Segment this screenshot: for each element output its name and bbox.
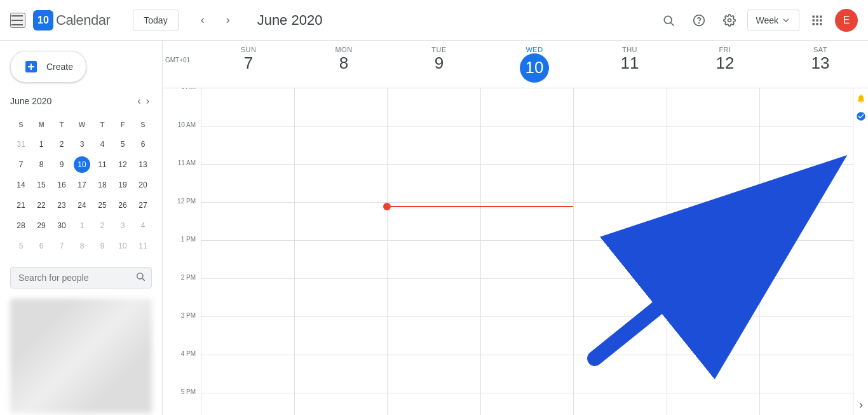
next-button[interactable]: › [217, 9, 240, 32]
create-label: Create [46, 62, 73, 72]
mini-cal-day[interactable]: 9 [93, 236, 112, 255]
calendar-area: GMT+01 SUN7MON8TUE9WED10THU11FRI12SAT13 … [163, 41, 868, 415]
mini-cal-day[interactable]: 16 [52, 175, 71, 194]
search-button[interactable] [656, 8, 681, 33]
day-number-today: 10 [520, 53, 549, 83]
grid-col-5[interactable] [667, 88, 760, 415]
day-header-tue[interactable]: TUE9 [391, 41, 487, 88]
mini-cal-day[interactable]: 17 [72, 175, 92, 194]
day-name-sat: SAT [773, 46, 868, 53]
mini-cal-day[interactable]: 11 [133, 236, 153, 255]
mini-cal-day[interactable]: 7 [52, 236, 71, 255]
avatar[interactable]: E [835, 9, 858, 32]
mini-cal-day[interactable]: 10 [113, 236, 132, 255]
mini-calendar: June 2020 ‹ › S M T W T F S [0, 93, 162, 257]
mini-cal-day[interactable]: 5 [11, 236, 31, 255]
svg-rect-10 [820, 19, 822, 21]
mini-cal-day[interactable]: 5 [113, 135, 132, 154]
day-header-sun[interactable]: SUN7 [201, 41, 296, 88]
time-grid-area: 9 AM10 AM11 AM12 PM1 PM2 PM3 PM4 PM5 PM6… [163, 88, 868, 415]
mini-cal-day[interactable]: 4 [93, 135, 112, 154]
time-label-2: 11 AM [163, 160, 201, 198]
svg-point-14 [137, 273, 143, 279]
grid-col-0[interactable] [201, 88, 294, 415]
view-select[interactable]: Week [747, 10, 799, 31]
grid-col-4[interactable] [573, 88, 667, 415]
day-header-mon[interactable]: MON8 [296, 41, 391, 88]
mini-cal-day[interactable]: 22 [32, 196, 51, 215]
svg-point-4 [728, 18, 731, 22]
search-people-input[interactable] [10, 267, 152, 289]
col-header-tue: T [52, 116, 71, 133]
mini-cal-day[interactable]: 1 [32, 135, 51, 154]
mini-cal-day[interactable]: 8 [32, 155, 51, 174]
mini-cal-day[interactable]: 1 [72, 216, 92, 235]
prev-button[interactable]: ‹ [191, 9, 214, 32]
help-button[interactable] [686, 8, 712, 33]
mini-cal-day[interactable]: 6 [32, 236, 51, 255]
chevron-down-icon [781, 15, 791, 25]
mini-cal-day[interactable]: 11 [93, 155, 112, 174]
day-header-sat[interactable]: SAT13 [773, 41, 868, 88]
grid-columns [201, 88, 853, 415]
mini-cal-day[interactable]: 25 [93, 196, 112, 215]
mini-cal-day[interactable]: 9 [52, 155, 71, 174]
col-header-thu: T [93, 116, 112, 133]
mini-cal-day[interactable]: 24 [72, 196, 92, 215]
time-labels: 9 AM10 AM11 AM12 PM1 PM2 PM3 PM4 PM5 PM6… [163, 88, 201, 415]
header: 10 Calendar Today ‹ › June 2020 [0, 0, 868, 41]
mini-cal-day[interactable]: 8 [72, 236, 92, 255]
mini-cal-day[interactable]: 13 [133, 155, 153, 174]
day-name-wed: WED [487, 46, 582, 53]
mini-cal-day[interactable]: 19 [113, 175, 132, 194]
month-title: June 2020 [257, 12, 323, 29]
create-button[interactable]: Create [10, 51, 86, 83]
mini-cal-day[interactable]: 12 [113, 155, 132, 174]
mini-cal-day[interactable]: 10 [72, 155, 92, 174]
mini-cal-day[interactable]: 2 [93, 216, 112, 235]
mini-cal-day[interactable]: 14 [11, 175, 31, 194]
mini-cal-day[interactable]: 4 [133, 216, 153, 235]
expand-button[interactable] [853, 398, 869, 415]
mini-cal-day[interactable]: 31 [11, 135, 31, 154]
grid-col-6[interactable] [759, 88, 853, 415]
mini-cal-day[interactable]: 30 [52, 216, 71, 235]
main-layout: Create June 2020 ‹ › S M T W T [0, 41, 868, 415]
mini-prev-button[interactable]: ‹ [135, 93, 143, 109]
mini-cal-day[interactable]: 27 [133, 196, 153, 215]
svg-point-0 [665, 16, 672, 24]
apps-button[interactable] [804, 8, 830, 33]
grid-col-1[interactable] [294, 88, 388, 415]
today-button[interactable]: Today [133, 10, 178, 31]
day-header-thu[interactable]: THU11 [582, 41, 677, 88]
day-header-fri[interactable]: FRI12 [677, 41, 773, 88]
day-number: 11 [621, 53, 639, 72]
grid-col-2[interactable] [387, 88, 480, 415]
mini-cal-day[interactable]: 21 [11, 196, 31, 215]
mini-cal-day[interactable]: 23 [52, 196, 71, 215]
day-headers-container: SUN7MON8TUE9WED10THU11FRI12SAT13 [201, 41, 868, 88]
grid-col-3[interactable] [480, 88, 574, 415]
mini-cal-day[interactable]: 3 [72, 135, 92, 154]
blurred-inner [10, 299, 152, 413]
mini-cal-day[interactable]: 7 [11, 155, 31, 174]
menu-button[interactable] [10, 13, 25, 28]
svg-rect-12 [816, 23, 818, 25]
mini-next-button[interactable]: › [144, 93, 152, 109]
mini-cal-day[interactable]: 3 [113, 216, 132, 235]
mini-cal-header: June 2020 ‹ › [10, 93, 152, 109]
settings-button[interactable] [717, 8, 742, 33]
mini-cal-day[interactable]: 29 [32, 216, 51, 235]
mini-cal-day[interactable]: 18 [93, 175, 112, 194]
day-header-wed[interactable]: WED10 [487, 41, 582, 88]
col-header-sat: S [133, 116, 153, 133]
mini-cal-day[interactable]: 26 [113, 196, 132, 215]
time-grid[interactable]: 9 AM10 AM11 AM12 PM1 PM2 PM3 PM4 PM5 PM6… [163, 88, 853, 415]
day-headers-row: GMT+01 SUN7MON8TUE9WED10THU11FRI12SAT13 [163, 41, 868, 88]
mini-cal-day[interactable]: 6 [133, 135, 153, 154]
mini-cal-day[interactable]: 2 [52, 135, 71, 154]
mini-cal-day[interactable]: 15 [32, 175, 51, 194]
mini-cal-day[interactable]: 28 [11, 216, 31, 235]
mini-cal-day[interactable]: 20 [133, 175, 153, 194]
col-header-fri: F [113, 116, 132, 133]
